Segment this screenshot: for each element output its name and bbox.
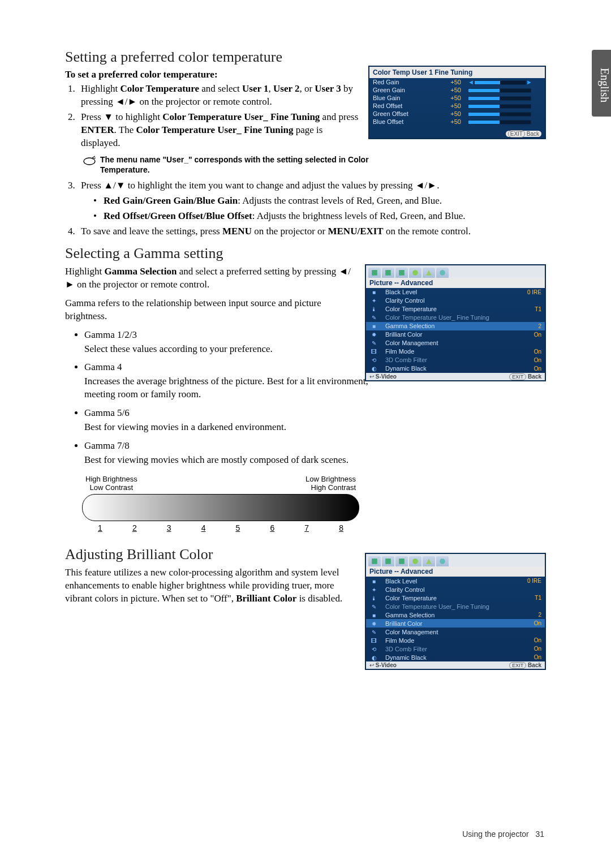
osd-row-icon: ◐ bbox=[366, 364, 382, 373]
step-1: Highlight Color Temperature and select U… bbox=[78, 83, 359, 109]
osd-adv-footer: ↩ S-Video EXIT Back bbox=[366, 373, 545, 380]
osd-row-value bbox=[519, 585, 545, 594]
svg-point-9 bbox=[412, 558, 418, 564]
gamma-gradient-bar bbox=[82, 494, 359, 521]
osd-row-value bbox=[519, 297, 545, 305]
tab-icon bbox=[436, 556, 449, 566]
gamma-number: 6 bbox=[270, 523, 274, 532]
osd-adv-row: ✎Color Temperature User_ Fine Tuning bbox=[366, 602, 545, 611]
osd-adv-row: ■Black Level0 IRE bbox=[366, 577, 545, 585]
osd-row-label: Color Temperature User_ Fine Tuning bbox=[382, 313, 519, 322]
osd-adv-title: Picture -- Advanced bbox=[366, 566, 545, 577]
osd-row-label: 3D Comb Filter bbox=[382, 644, 519, 653]
osd-picture-advanced-gamma: Picture -- Advanced ■Black Level0 IRE✦Cl… bbox=[365, 264, 546, 381]
gamma-number: 7 bbox=[304, 523, 309, 532]
brilliant-para: This feature utilizes a new color-proces… bbox=[65, 566, 359, 605]
osd-row-value: 2 bbox=[519, 611, 545, 619]
tab-icon bbox=[436, 268, 449, 278]
osd-adv-row: ■Gamma Selection2 bbox=[366, 322, 545, 330]
osd-adv-row: ■Black Level0 IRE bbox=[366, 288, 545, 297]
osd-row-label: Film Mode bbox=[382, 347, 519, 356]
tab-icon bbox=[368, 268, 381, 278]
gamma-number: 4 bbox=[201, 523, 206, 532]
osd-row-label: Color Temperature User_ Fine Tuning bbox=[382, 602, 519, 611]
note-hand-icon bbox=[82, 156, 97, 166]
tab-icon bbox=[395, 556, 408, 566]
svg-rect-2 bbox=[385, 270, 391, 276]
osd-row-value: On bbox=[519, 636, 545, 644]
osd-row-icon: ✹ bbox=[366, 619, 382, 628]
osd-row-label: Brilliant Color bbox=[382, 330, 519, 339]
note-block: The menu name "User_" corresponds with t… bbox=[82, 154, 382, 175]
osd-adv-row: 🎞Film ModeOn bbox=[366, 636, 545, 644]
osd-adv-row: ✦Clarity Control bbox=[366, 585, 545, 594]
osd-slider-bar: ◄► bbox=[464, 78, 545, 86]
step-4: To save and leave the settings, press ME… bbox=[78, 225, 546, 238]
page-footer: Using the projector 31 bbox=[462, 830, 544, 839]
osd-row-value: On bbox=[519, 347, 545, 356]
svg-rect-8 bbox=[399, 558, 405, 564]
osd-slider-value: +50 bbox=[437, 118, 464, 126]
osd-row-label: Color Management bbox=[382, 628, 519, 636]
osd-color-temp-panel: Color Temp User 1 Fine Tuning Red Gain+5… bbox=[368, 66, 546, 139]
osd-slider-label: Green Gain bbox=[369, 86, 437, 94]
osd-slider-row: Green Gain+50 bbox=[369, 86, 545, 94]
osd-slider-value: +50 bbox=[437, 86, 464, 94]
osd-slider-label: Red Offset bbox=[369, 102, 437, 110]
osd-row-icon: ✦ bbox=[366, 297, 382, 305]
tab-icon bbox=[423, 556, 435, 566]
osd-row-icon: ✹ bbox=[366, 330, 382, 339]
osd-row-icon: ■ bbox=[366, 288, 382, 297]
steps-list: Highlight Color Temperature and select U… bbox=[65, 83, 359, 150]
gamma-number: 5 bbox=[236, 523, 240, 532]
osd-slider-label: Blue Offset bbox=[369, 118, 437, 126]
step-3: Press ▲/▼ to highlight the item you want… bbox=[78, 179, 546, 192]
gamma-number: 8 bbox=[339, 523, 343, 532]
osd-row-value: On bbox=[519, 619, 545, 628]
osd-picture-advanced-brilliant: Picture -- Advanced ■Black Level0 IRE✦Cl… bbox=[365, 553, 546, 670]
osd-row-value bbox=[519, 313, 545, 322]
osd-row-value: On bbox=[519, 653, 545, 661]
osd-adv-row: ⟲3D Comb FilterOn bbox=[366, 644, 545, 653]
osd-row-value: 2 bbox=[519, 322, 545, 330]
gamma-list: Gamma 1/2/3Select these values according… bbox=[65, 329, 401, 467]
svg-point-10 bbox=[440, 558, 445, 564]
svg-rect-6 bbox=[372, 558, 377, 564]
osd-row-label: 3D Comb Filter bbox=[382, 356, 519, 364]
osd-slider-row: Blue Gain+50 bbox=[369, 94, 545, 102]
osd-row-label: Dynamic Black bbox=[382, 653, 519, 661]
osd-row-label: Film Mode bbox=[382, 636, 519, 644]
osd-adv-row: ✹Brilliant ColorOn bbox=[366, 619, 545, 628]
osd-tabs bbox=[366, 554, 545, 566]
svg-rect-3 bbox=[399, 270, 405, 276]
tab-icon bbox=[382, 268, 394, 278]
osd-adv-row: ■Gamma Selection2 bbox=[366, 611, 545, 619]
svg-point-4 bbox=[412, 270, 418, 276]
osd-row-label: Black Level bbox=[382, 288, 519, 297]
osd-slider-row: Green Offset+50 bbox=[369, 110, 545, 118]
osd-slider-row: Blue Offset+50 bbox=[369, 118, 545, 126]
osd-footer: EXIT Back bbox=[506, 131, 541, 137]
osd-row-label: Color Management bbox=[382, 339, 519, 347]
osd-row-label: Gamma Selection bbox=[382, 611, 519, 619]
osd-slider-table: Red Gain+50◄►Green Gain+50Blue Gain+50Re… bbox=[369, 78, 545, 126]
osd-slider-bar bbox=[464, 102, 545, 110]
tab-icon bbox=[382, 556, 394, 566]
gamma-number: 2 bbox=[132, 523, 137, 532]
gamma-number: 3 bbox=[167, 523, 171, 532]
osd-row-icon: 🎞 bbox=[366, 347, 382, 356]
osd-slider-value: +50 bbox=[437, 110, 464, 118]
osd-row-icon: ✦ bbox=[366, 585, 382, 594]
osd-row-icon: ■ bbox=[366, 577, 382, 585]
osd-slider-bar bbox=[464, 86, 545, 94]
osd-row-icon: ✎ bbox=[366, 602, 382, 611]
osd-adv-title: Picture -- Advanced bbox=[366, 278, 545, 288]
osd-slider-label: Green Offset bbox=[369, 110, 437, 118]
svg-point-5 bbox=[440, 270, 445, 276]
osd-slider-label: Blue Gain bbox=[369, 94, 437, 102]
osd-row-icon: 🎞 bbox=[366, 636, 382, 644]
osd-row-value: On bbox=[519, 364, 545, 373]
tab-icon bbox=[423, 268, 435, 278]
osd-adv-row: ⟲3D Comb FilterOn bbox=[366, 356, 545, 364]
tab-icon bbox=[395, 268, 408, 278]
